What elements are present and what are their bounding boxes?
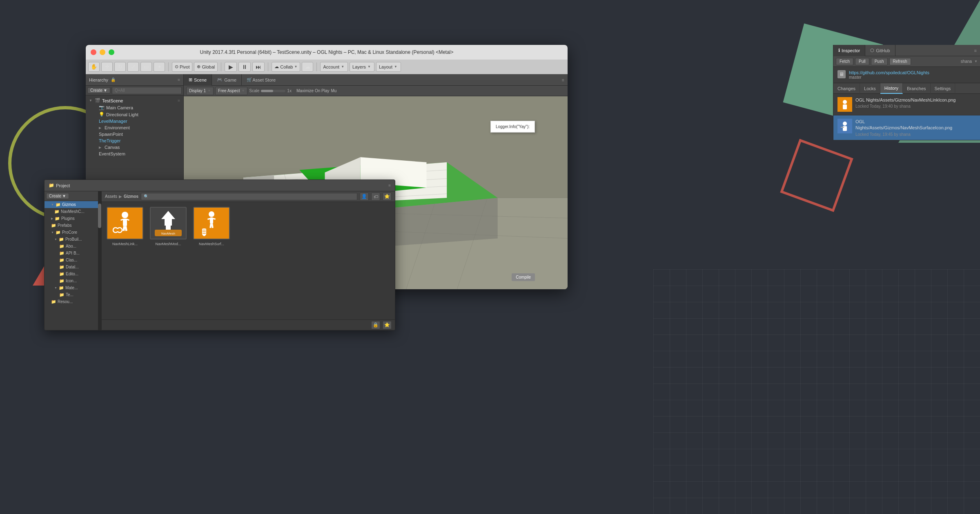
project-create-button[interactable]: Create ▼ [46,193,69,199]
sidebar-item-plugins[interactable]: ▶ 📁 Plugins [45,215,101,222]
sidebar-item-clas[interactable]: 📁 Clas... [45,257,101,264]
locks-tab[interactable]: Locks [860,83,880,94]
refresh-button[interactable]: Refresh [889,58,911,65]
transform-tool-button[interactable]: ✦ [154,62,165,72]
hierarchy-create-button[interactable]: Create ▼ [87,87,110,93]
sidebar-item-resources[interactable]: 📁 Resou... [45,298,101,305]
info-icon: ℹ [838,48,840,53]
tree-item-levelmanager[interactable]: LevelManager [86,118,183,124]
right-panel-menu[interactable]: ≡ [974,48,980,53]
project-bottom-lock[interactable]: 🔒 [371,321,380,329]
scale-slider[interactable] [261,90,285,92]
scene-menu-icon[interactable]: ≡ [178,98,180,103]
file-entry-1[interactable]: OGL Nights/Assets/Gizmos/NavMeshLinkIcon… [833,94,980,115]
project-star-button[interactable]: ⭐ [383,193,392,201]
mute-label: Mu [331,89,337,93]
tree-item-eventsystem[interactable]: EventSystem [86,151,183,157]
sidebar-item-gizmos[interactable]: ▼ 📁 Gizmos [45,201,101,208]
repo-url[interactable]: https://github.com/spoiledcat/OGLNights [849,70,929,75]
hierarchy-toolbar: Create ▼ [86,86,183,95]
project-filter-button[interactable]: 👤 [360,193,369,201]
asset-item-navmeshsurf[interactable]: NavMeshSurf... [193,207,230,246]
pan-tool-button[interactable]: ✋ [88,62,100,72]
tree-item-directionallight[interactable]: 💡 Directional Light [86,111,183,118]
minimize-button[interactable] [100,49,105,55]
cloud-button[interactable]: ☁ [302,62,313,72]
folder-icon: 📁 [59,265,64,269]
sidebar-scrollbar[interactable] [98,191,101,330]
aspect-dropdown[interactable]: Free Aspect ▼ [215,87,247,95]
step-button[interactable]: ⏭ [252,62,265,72]
sidebar-item-icon[interactable]: 📁 Icon... [45,277,101,284]
asset-label-navmeshsurf: NavMeshSurf... [199,242,224,246]
scene-tab-game[interactable]: 🎮 Game [212,74,242,86]
tree-item-canvas[interactable]: ▶ Canvas [86,144,183,151]
user-dropdown-arrow[interactable]: ▼ [974,60,978,63]
canvas-toggle: ▶ [99,146,103,149]
tree-item-thetrigger[interactable]: TheTrigger [86,137,183,144]
tree-item-maincamera[interactable]: 📷 Main Camera [86,104,183,111]
push-button[interactable]: Push [871,58,888,65]
scene-tab-assetstore[interactable]: 🛒 Asset Store [242,74,281,86]
layers-dropdown[interactable]: Layers ▼ [350,62,374,72]
sidebar-item-procore[interactable]: ▼ 📁 ProCore [45,229,101,236]
sidebar-scrollbar-thumb[interactable] [98,204,101,228]
sidebar-item-data[interactable]: 📁 Datal... [45,264,101,270]
account-dropdown[interactable]: Account ▼ [320,62,348,72]
sidebar-item-prefabs[interactable]: 📁 Prefabs [45,222,101,229]
hierarchy-lock-icon[interactable]: 🔒 [111,78,116,82]
file-thumb-2 [837,119,852,133]
layout-dropdown[interactable]: Layout ▼ [376,62,401,72]
sidebar-item-about[interactable]: 📁 Abo... [45,243,101,250]
sidebar-item-te[interactable]: 📁 Te... [45,291,101,298]
maximize-button[interactable] [109,49,114,55]
fetch-button[interactable]: Fetch [836,58,853,65]
pivot-toggle[interactable]: ⊙ Pivot [172,62,192,72]
collab-icon: ☁ [274,64,279,69]
project-main-toolbar: Assets ▶ Gizmos 👤 🏷 ⭐ [102,191,395,202]
tree-item-spawnpoint[interactable]: SpawnPoint [86,131,183,137]
inspector-tab[interactable]: ℹ Inspector [833,45,865,56]
hierarchy-search-input[interactable] [112,87,182,94]
github-tab[interactable]: ⬡ GitHub [865,45,895,56]
sidebar-item-editor[interactable]: 📁 Edito... [45,270,101,277]
scene-root-item[interactable]: ▼ 🎬 TestScene ≡ [86,97,183,104]
branches-tab[interactable]: Branches [903,83,930,94]
asset-item-navmeshmod[interactable]: NavMesh NavMeshMod... [150,207,187,246]
project-panel-menu[interactable]: ≡ [388,183,391,188]
pull-button[interactable]: Pull [855,58,869,65]
sidebar-item-apib[interactable]: 📁 API B... [45,250,101,257]
scene-panel-menu[interactable]: ≡ [562,78,568,82]
separator-1 [168,62,169,71]
project-tag-button[interactable]: 🏷 [371,193,380,201]
repo-info: https://github.com/spoiledcat/OGLNights … [849,70,929,80]
collab-button[interactable]: ☁ Collab ▼ [272,62,300,72]
sidebar-item-mate[interactable]: ▼ 📁 Mate... [45,284,101,291]
settings-tab[interactable]: Settings [931,83,956,94]
sidebar-item-probuilder[interactable]: ▼ 📁 ProBuil... [45,236,101,243]
close-button[interactable] [91,49,96,55]
file-entry-2[interactable]: OGLNights/Assets/Gizmos/NavMeshSurfaceIc… [833,115,980,140]
tree-item-environment[interactable]: ▶ Environment [86,124,183,131]
scale-tool-button[interactable]: ⤢ [127,62,139,72]
scene-tab-scene[interactable]: ⊞ Scene [184,74,212,86]
folder-icon: 📁 [56,202,60,207]
play-button[interactable]: ▶ [225,62,237,72]
hierarchy-menu-icon[interactable]: ≡ [178,78,180,82]
rect-tool-button[interactable]: ▭ [140,62,152,72]
asset-item-navmeshlink[interactable]: NavMeshLink... [107,207,143,246]
pause-button[interactable]: ⏸ [238,62,251,72]
changes-tab[interactable]: Changes [833,83,860,94]
display-dropdown[interactable]: Display 1 ▼ [186,87,214,95]
project-bottom-star[interactable]: ⭐ [383,321,392,329]
project-search-input[interactable] [141,193,357,200]
env-toggle: ▶ [99,126,103,130]
global-toggle[interactable]: ⊕ Global [194,62,218,72]
rotate-tool-button[interactable]: ↻ [114,62,126,72]
project-window: 📁 Project ≡ Create ▼ ▼ 📁 Gizmos 📁 [44,179,395,330]
sidebar-item-navmeshc[interactable]: 📁 NavMeshC... [45,208,101,215]
move-tool-button[interactable]: ✛ [101,62,113,72]
history-tab[interactable]: History [880,83,903,94]
compile-button[interactable]: Compile [512,273,535,281]
logger-popup: Logger.Info("Yay"): [490,121,535,133]
